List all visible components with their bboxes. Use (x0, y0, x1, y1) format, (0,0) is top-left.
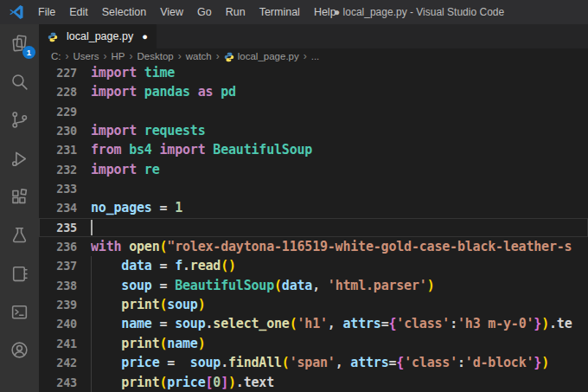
code-text: print(price[0]).text (91, 373, 588, 392)
code-line-238[interactable]: 238 soup = BeautifulSoup(data, 'html.par… (39, 276, 588, 295)
breadcrumb-users[interactable]: Users (74, 51, 99, 61)
line-number: 242 (39, 353, 91, 372)
code-line-229[interactable]: 229 (39, 102, 588, 121)
chevron-right-icon: › (130, 50, 133, 62)
code-line-231[interactable]: 231from bs4 import BeautifulSoup (39, 140, 588, 159)
menu-view[interactable]: View (153, 0, 190, 24)
chevron-right-icon: › (66, 50, 69, 62)
breadcrumb-watch[interactable]: watch (186, 51, 212, 61)
code-text: import pandas as pd (91, 82, 588, 101)
tab-modified-indicator[interactable]: ● (142, 31, 148, 42)
code-line-235[interactable]: 235 (39, 218, 588, 237)
breadcrumb: C: › Users › HP › Desktop › watch › loca… (39, 48, 588, 63)
source-control-icon[interactable] (0, 101, 39, 139)
code-text: from bs4 import BeautifulSoup (91, 140, 588, 159)
code-text: no_pages = 1 (91, 198, 588, 217)
code-text: print(soup) (91, 295, 588, 314)
code-line-236[interactable]: 236with open("rolex-daytona-116519-white… (39, 237, 588, 256)
testing-icon[interactable] (0, 216, 39, 254)
code-line-242[interactable]: 242 price = soup.findAll('span', attrs={… (39, 353, 588, 372)
code-line-243[interactable]: 243 print(price[0]).text (39, 373, 588, 392)
python-icon (48, 32, 58, 42)
line-number: 229 (39, 102, 91, 121)
chevron-right-icon: › (304, 50, 307, 62)
menu-edit[interactable]: Edit (62, 0, 95, 24)
explorer-badge: 1 (22, 46, 35, 59)
run-debug-icon[interactable] (0, 139, 39, 177)
search-icon[interactable] (0, 62, 39, 100)
line-number: 239 (39, 295, 91, 314)
code-text (91, 102, 588, 121)
line-number: 228 (39, 82, 91, 101)
code-text: name = soup.select_one('h1', attrs={'cla… (91, 314, 588, 333)
menu-bar: File Edit Selection View Go Run Terminal… (31, 0, 343, 24)
breadcrumb-file[interactable]: local_page.py (238, 51, 299, 61)
code-text: with open("rolex-daytona-116519-white-go… (91, 237, 588, 256)
breadcrumb-hp[interactable]: HP (112, 51, 125, 61)
line-number: 243 (39, 373, 91, 392)
line-number: 238 (39, 276, 91, 295)
code-line-230[interactable]: 230import requests (39, 121, 588, 140)
line-number: 235 (39, 218, 91, 237)
activity-bar: 1 (0, 24, 39, 392)
code-text: data = f.read() (91, 256, 588, 275)
window-title: ● local_page.py - Visual Studio Code (334, 0, 504, 24)
code-line-233[interactable]: 233 (39, 179, 588, 198)
line-number: 240 (39, 314, 91, 333)
code-text: print(name) (91, 334, 588, 353)
code-line-228[interactable]: 228import pandas as pd (39, 82, 588, 101)
extensions-icon[interactable] (0, 177, 39, 215)
code-line-241[interactable]: 241 print(name) (39, 334, 588, 353)
menu-selection[interactable]: Selection (95, 0, 153, 24)
line-number: 241 (39, 334, 91, 353)
menu-go[interactable]: Go (190, 0, 219, 24)
menu-terminal[interactable]: Terminal (252, 0, 307, 24)
code-line-240[interactable]: 240 name = soup.select_one('h1', attrs={… (39, 314, 588, 333)
menu-run[interactable]: Run (219, 0, 252, 24)
code-text: import re (91, 160, 588, 179)
line-number: 234 (39, 198, 91, 217)
chevron-right-icon: › (178, 50, 182, 62)
line-number: 230 (39, 121, 91, 140)
code-line-234[interactable]: 234no_pages = 1 (39, 198, 588, 217)
code-line-227[interactable]: 227import time (39, 63, 588, 82)
line-number: 227 (39, 63, 91, 82)
line-number: 236 (39, 237, 91, 256)
notebook-icon[interactable] (0, 254, 39, 292)
breadcrumb-desktop[interactable]: Desktop (137, 51, 174, 61)
vscode-window: File Edit Selection View Go Run Terminal… (0, 0, 588, 392)
code-text (91, 218, 588, 237)
code-line-239[interactable]: 239 print(soup) (39, 295, 588, 314)
chevron-right-icon: › (104, 50, 107, 62)
line-number: 237 (39, 256, 91, 275)
tab-label: local_page.py (67, 30, 133, 42)
menu-file[interactable]: File (31, 0, 62, 24)
code-text: import requests (91, 121, 588, 140)
text-cursor (91, 220, 93, 235)
title-bar: File Edit Selection View Go Run Terminal… (0, 0, 588, 24)
code-line-237[interactable]: 237 data = f.read() (39, 256, 588, 275)
code-text: soup = BeautifulSoup(data, 'html.parser'… (91, 276, 588, 295)
code-text (91, 179, 588, 198)
line-number: 233 (39, 179, 91, 198)
breadcrumb-drive[interactable]: C: (51, 51, 61, 61)
breadcrumb-symbol[interactable]: ... (311, 51, 320, 61)
tab-bar: local_page.py ● (39, 24, 588, 48)
code-text: import time (91, 63, 588, 82)
chevron-right-icon: › (216, 50, 220, 62)
tab-local-page-py[interactable]: local_page.py ● (39, 24, 157, 48)
line-number: 232 (39, 160, 91, 179)
account-icon[interactable] (0, 331, 39, 370)
line-number: 231 (39, 140, 91, 159)
terminal-icon[interactable] (0, 292, 39, 331)
vscode-logo-icon (9, 4, 24, 20)
code-line-232[interactable]: 232import re (39, 160, 588, 179)
code-text: price = soup.findAll('span', attrs={'cla… (91, 353, 588, 372)
python-icon (224, 52, 234, 62)
code-area[interactable]: 227import time228import pandas as pd2292… (39, 63, 588, 392)
explorer-icon[interactable]: 1 (0, 24, 39, 62)
